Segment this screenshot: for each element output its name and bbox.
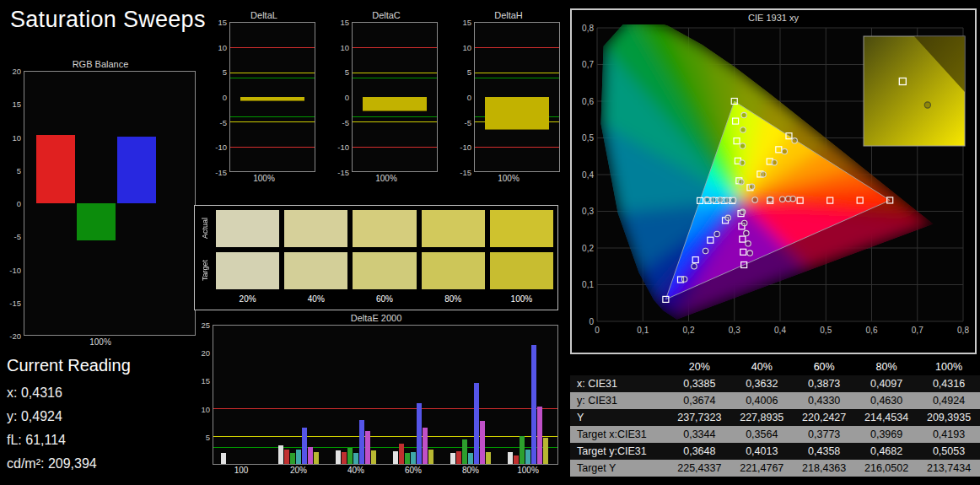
y-tick-label: 0 [345,93,349,102]
deltae-bar-red [284,450,289,464]
table-cell: 0,3873 [793,375,855,392]
deltae-bar-white [508,452,513,464]
deltae-group-label: 100% [499,466,557,475]
measured-point [740,209,745,214]
current-reading-cdm2: cd/m²: 209,394 [7,456,131,472]
current-reading-heading: Current Reading [7,356,131,375]
deltae-bar-magenta [308,447,313,464]
y-tick-label: 20 [201,348,210,358]
deltae-bar-white [450,453,455,464]
deltae-bar-white [336,450,341,464]
rgb-balance-y-axis: 20151050-5-10-15-20 [5,71,24,336]
table-cell: 209,3935 [918,409,980,426]
deltae-bar-green [462,439,467,464]
deltae-bar-red [456,451,461,464]
measured-point [711,197,716,202]
delta-bar [240,97,304,101]
svg-text:0,8: 0,8 [582,24,594,33]
measured-point [747,251,752,256]
saturation-swatch-table: ActualTarget20%40%60%80%100% [194,205,558,310]
y-tick-label: 10 [340,42,349,51]
svg-text:0,3: 0,3 [582,207,594,216]
y-tick-label: -15 [215,168,227,177]
deltae-bar-red [342,452,347,464]
y-tick-label: -10 [460,143,471,152]
table-row: Target y:CIE310,36480,40130,43580,46820,… [570,443,980,460]
deltae-bar-magenta [423,428,428,464]
swatch-row-label-target: Target [201,260,209,281]
y-tick-label: 15 [340,18,349,27]
table-row-label: Y [570,409,668,426]
actual-swatch-20% [216,210,279,247]
deltae-bar-magenta [480,421,485,464]
y-tick-label: 5 [17,165,21,175]
deltae-chart-title: DeltaE 2000 [194,313,558,323]
current-reading-y: y: 0,4924 [7,409,131,424]
svg-text:0,5: 0,5 [820,326,832,335]
reference-line [353,147,437,148]
measured-point [703,248,708,253]
y-tick-label: 5 [206,432,210,441]
measured-point [692,264,697,269]
reference-line [213,436,557,437]
table-row: Y237,7323227,8935220,2427214,4534209,393… [570,409,980,426]
deltae-bar-magenta [537,407,542,464]
reference-line [230,147,315,148]
reference-line [213,408,557,409]
y-tick-label: 5 [223,67,227,77]
deltae-bar-green [405,453,410,464]
reference-line [475,147,559,148]
rgb-balance-title: RGB Balance [5,59,196,69]
measured-point [790,197,795,202]
y-tick-label: 5 [467,67,471,77]
table-cell: 220,2427 [793,409,855,426]
svg-text:0,5: 0,5 [582,133,594,143]
rgb-balance-plot [24,71,196,336]
table-cell: 0,3344 [668,426,730,443]
swatch-col-label: 60% [353,294,416,305]
svg-text:0,3: 0,3 [729,326,740,335]
rgb-bar-green [77,203,116,240]
measured-point [792,138,797,143]
table-cell: 0,4193 [918,426,980,443]
y-tick-label: -5 [14,232,21,241]
svg-text:0,6: 0,6 [866,326,878,335]
swatch-col-label: 40% [284,294,347,305]
table-col-header: 40% [730,358,793,375]
inset-measured-point [924,102,930,108]
table-cell: 0,4097 [855,375,918,392]
rgb-bar-red [36,135,75,203]
measured-point [744,230,749,235]
delta-c-plot [352,22,438,172]
deltae-bar-white [221,453,226,464]
table-col-header [570,358,668,375]
table-cell: 0,3632 [730,375,793,392]
actual-swatch-100% [490,210,553,247]
actual-swatch-80% [422,210,485,247]
delta-h-chart: DeltaH 151050-5-10-15 100% [457,10,560,183]
table-cell: 0,4006 [730,392,793,409]
measured-point [704,197,709,202]
measured-point [740,160,745,165]
table-cell: 0,4316 [918,375,980,392]
svg-text:0,2: 0,2 [683,326,695,335]
cie-1931-svg: 00,10,20,30,40,50,60,70,800,10,20,30,40,… [572,24,972,347]
table-body: x: CIE310,33850,36320,38730,40970,4316y:… [570,375,980,477]
delta-c-y-axis: 151050-5-10-15 [335,22,352,172]
deltae-bar-cyan [468,453,473,464]
y-tick-label: 0 [467,93,471,102]
y-tick-label: 25 [201,321,210,330]
deltae-x-axis: 10020%40%60%80%100% [213,465,558,477]
table-cell: 225,4337 [668,460,730,477]
deltae-bar-red [399,444,404,464]
target-swatch-80% [422,252,485,289]
table-row-label: Target Y [570,460,668,477]
deltae-bar-green [347,448,353,464]
delta-l-x-label: 100% [213,174,315,183]
y-tick-label: 15 [12,100,21,109]
table-row-label: Target x:CIE31 [570,426,668,443]
table-row-label: x: CIE31 [570,375,668,392]
table-cell: 221,4767 [730,460,793,477]
measurement-table-panel: 20%40%60%80%100%x: CIE310,33850,36320,38… [570,358,980,477]
svg-text:0: 0 [595,326,600,335]
